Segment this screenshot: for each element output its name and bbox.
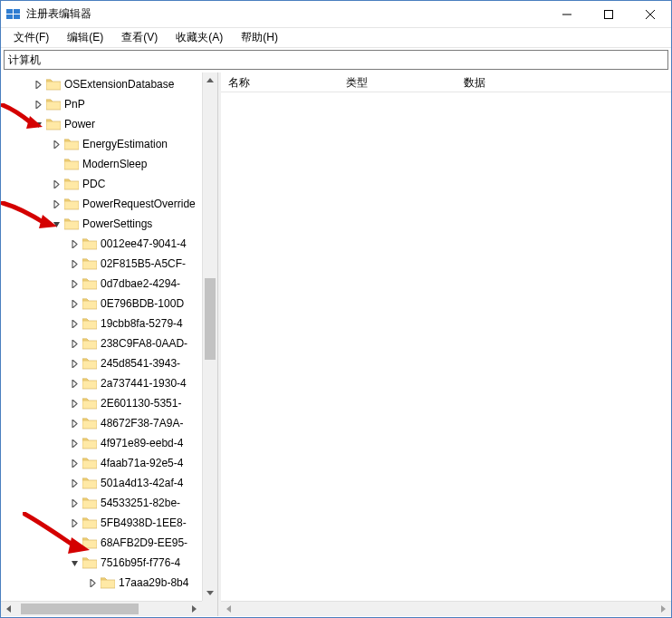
list-horizontal-scrollbar[interactable] xyxy=(221,601,671,616)
chevron-right-icon[interactable] xyxy=(68,340,81,348)
tree-node[interactable]: 48672F38-7A9A- xyxy=(1,413,217,433)
menu-file[interactable]: 文件(F) xyxy=(5,28,58,47)
column-name[interactable]: 名称 xyxy=(221,72,339,92)
tree-node[interactable]: 2a737441-1930-4 xyxy=(1,373,217,393)
scroll-thumb-horizontal[interactable] xyxy=(21,604,139,614)
tree-node[interactable]: 245d8541-3943- xyxy=(1,353,217,373)
folder-icon xyxy=(82,536,97,550)
scroll-left-arrow[interactable] xyxy=(1,602,16,616)
window-controls xyxy=(546,1,671,27)
tree-node-label: 0d7dbae2-4294- xyxy=(101,277,180,290)
window-title: 注册表编辑器 xyxy=(26,6,546,22)
chevron-down-icon[interactable] xyxy=(68,559,81,567)
scroll-thumb-vertical[interactable] xyxy=(205,278,216,360)
chevron-right-icon[interactable] xyxy=(68,539,81,547)
scroll-right-arrow[interactable] xyxy=(656,602,671,616)
tree-node[interactable]: 0E796BDB-100D xyxy=(1,294,217,314)
menu-view[interactable]: 查看(V) xyxy=(112,28,167,47)
registry-tree[interactable]: OSExtensionDatabasePnPPowerEnergyEstimat… xyxy=(1,72,217,593)
tree-node[interactable]: 4faab71a-92e5-4 xyxy=(1,453,217,473)
title-bar: 注册表编辑器 xyxy=(1,1,671,28)
tree-node-label: 54533251-82be- xyxy=(101,497,180,509)
tree-node[interactable]: 68AFB2D9-EE95- xyxy=(1,533,217,553)
chevron-right-icon[interactable] xyxy=(68,300,81,308)
scroll-up-arrow[interactable] xyxy=(203,72,217,88)
scroll-down-arrow[interactable] xyxy=(203,585,217,601)
tree-node[interactable]: 501a4d13-42af-4 xyxy=(1,473,217,493)
chevron-right-icon[interactable] xyxy=(68,320,81,328)
folder-icon xyxy=(82,256,97,271)
scroll-left-arrow[interactable] xyxy=(221,602,236,616)
menu-edit[interactable]: 编辑(E) xyxy=(58,28,112,47)
folder-icon xyxy=(82,356,97,371)
tree-node[interactable]: 2E601130-5351- xyxy=(1,393,217,413)
folder-icon xyxy=(82,316,97,331)
chevron-right-icon[interactable] xyxy=(68,479,81,488)
tree-node[interactable]: 238C9FA8-0AAD- xyxy=(1,333,217,353)
tree-node-label: 238C9FA8-0AAD- xyxy=(101,337,187,350)
tree-node[interactable]: 19cbb8fa-5279-4 xyxy=(1,314,217,333)
tree-node-label: ModernSleep xyxy=(82,158,147,170)
tree-vertical-scrollbar[interactable] xyxy=(202,72,217,601)
scroll-track-vertical[interactable] xyxy=(203,88,217,585)
chevron-right-icon[interactable] xyxy=(68,360,81,368)
tree-node[interactable]: 0d7dbae2-4294- xyxy=(1,274,217,294)
svg-rect-2 xyxy=(6,14,13,19)
chevron-right-icon[interactable] xyxy=(32,81,44,89)
tree-node[interactable]: PDC xyxy=(1,174,217,194)
minimize-button[interactable] xyxy=(546,1,588,27)
tree-node[interactable]: 7516b95f-f776-4 xyxy=(1,553,217,573)
scroll-right-arrow[interactable] xyxy=(187,602,202,616)
chevron-down-icon[interactable] xyxy=(32,121,44,129)
tree-node[interactable]: PowerSettings xyxy=(1,214,217,234)
chevron-right-icon[interactable] xyxy=(50,180,62,188)
chevron-right-icon[interactable] xyxy=(68,260,81,268)
chevron-right-icon[interactable] xyxy=(68,400,81,408)
tree-node[interactable]: Power xyxy=(1,114,217,134)
column-data[interactable]: 数据 xyxy=(456,72,671,92)
chevron-right-icon[interactable] xyxy=(68,420,81,428)
tree-node[interactable]: 17aaa29b-8b4 xyxy=(1,573,217,593)
scroll-track-horizontal[interactable] xyxy=(236,602,656,616)
tree-node[interactable]: 5FB4938D-1EE8- xyxy=(1,513,217,533)
scroll-track-horizontal[interactable] xyxy=(16,602,187,616)
address-path: 计算机 xyxy=(8,53,41,68)
tree-node[interactable]: EnergyEstimation xyxy=(1,134,217,154)
tree-node[interactable]: 02F815B5-A5CF- xyxy=(1,254,217,274)
menu-help[interactable]: 帮助(H) xyxy=(232,28,287,47)
list-header: 名称 类型 数据 xyxy=(221,72,671,92)
address-bar[interactable]: 计算机 xyxy=(4,50,668,70)
tree-node[interactable]: 0012ee47-9041-4 xyxy=(1,234,217,254)
tree-node[interactable]: PowerRequestOverride xyxy=(1,194,217,214)
tree-node[interactable]: PnP xyxy=(1,94,217,114)
chevron-right-icon[interactable] xyxy=(68,439,81,448)
tree-node-label: 501a4d13-42af-4 xyxy=(101,477,183,489)
scroll-corner xyxy=(202,601,217,616)
chevron-right-icon[interactable] xyxy=(86,579,99,587)
chevron-right-icon[interactable] xyxy=(68,280,81,288)
tree-node-label: 5FB4938D-1EE8- xyxy=(101,517,187,529)
chevron-right-icon[interactable] xyxy=(50,200,62,208)
menu-favorites[interactable]: 收藏夹(A) xyxy=(167,28,232,47)
chevron-right-icon[interactable] xyxy=(68,380,81,388)
tree-horizontal-scrollbar[interactable] xyxy=(1,601,202,616)
chevron-down-icon[interactable] xyxy=(50,220,62,228)
chevron-right-icon[interactable] xyxy=(68,459,81,468)
tree-node[interactable]: ModernSleep xyxy=(1,154,217,174)
close-button[interactable] xyxy=(629,1,671,27)
list-body[interactable] xyxy=(221,92,671,601)
list-panel: 名称 类型 数据 xyxy=(221,72,671,616)
chevron-right-icon[interactable] xyxy=(50,140,62,149)
tree-node[interactable]: 4f971e89-eebd-4 xyxy=(1,433,217,453)
maximize-button[interactable] xyxy=(588,1,629,27)
tree-node-label: PnP xyxy=(64,98,85,111)
svg-rect-5 xyxy=(605,10,613,18)
chevron-right-icon[interactable] xyxy=(68,519,81,527)
chevron-right-icon[interactable] xyxy=(32,101,44,109)
chevron-right-icon[interactable] xyxy=(68,499,81,507)
tree-node[interactable]: OSExtensionDatabase xyxy=(1,74,217,94)
folder-icon xyxy=(64,157,79,171)
column-type[interactable]: 类型 xyxy=(339,72,456,92)
chevron-right-icon[interactable] xyxy=(68,240,81,248)
tree-node[interactable]: 54533251-82be- xyxy=(1,493,217,513)
